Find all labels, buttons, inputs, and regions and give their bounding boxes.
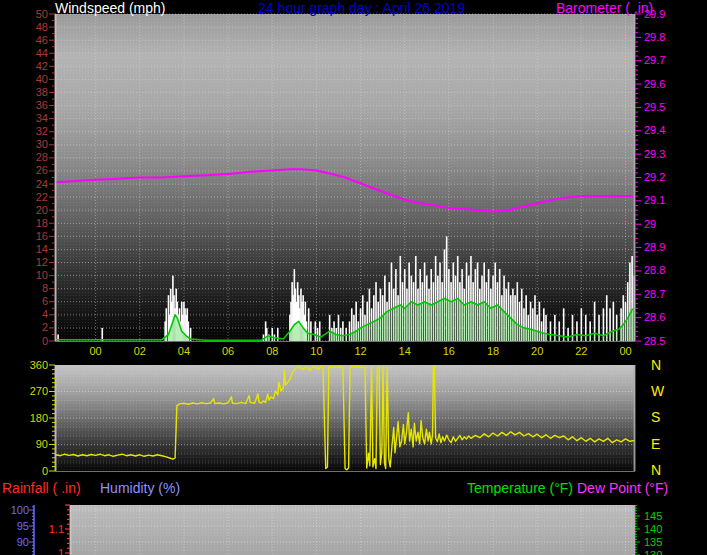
weather-graph-page: 0246810121416182022242628303234363840424…: [0, 0, 707, 555]
svg-text:140: 140: [644, 523, 662, 535]
windspeed-title: Windspeed (mph): [55, 0, 166, 16]
svg-text:29.7: 29.7: [644, 54, 665, 66]
compass-e: E: [651, 436, 660, 452]
svg-text:28.8: 28.8: [644, 264, 665, 276]
svg-text:08: 08: [266, 345, 278, 357]
svg-text:1: 1: [58, 547, 64, 555]
svg-text:02: 02: [134, 345, 146, 357]
svg-text:46: 46: [36, 34, 48, 46]
svg-text:360: 360: [30, 359, 48, 371]
svg-text:26: 26: [36, 164, 48, 176]
svg-text:90: 90: [36, 438, 48, 450]
svg-text:1.1: 1.1: [49, 523, 64, 535]
svg-text:12: 12: [36, 256, 48, 268]
svg-text:18: 18: [36, 217, 48, 229]
svg-text:16: 16: [36, 230, 48, 242]
svg-text:12: 12: [354, 345, 366, 357]
svg-text:38: 38: [36, 86, 48, 98]
svg-text:270: 270: [30, 385, 48, 397]
svg-text:100: 100: [11, 504, 29, 516]
compass-s: S: [651, 409, 660, 425]
svg-text:36: 36: [36, 99, 48, 111]
svg-text:00: 00: [619, 345, 631, 357]
svg-text:16: 16: [443, 345, 455, 357]
svg-text:28.5: 28.5: [644, 335, 665, 347]
svg-text:4: 4: [42, 308, 48, 320]
svg-text:2: 2: [42, 321, 48, 333]
compass-n-top: N: [651, 357, 661, 373]
svg-text:22: 22: [36, 191, 48, 203]
svg-text:44: 44: [36, 47, 48, 59]
humidity-label: Humidity (%): [100, 480, 180, 496]
svg-text:28.6: 28.6: [644, 311, 665, 323]
svg-text:29.3: 29.3: [644, 148, 665, 160]
svg-text:29: 29: [644, 218, 656, 230]
svg-text:180: 180: [30, 412, 48, 424]
svg-text:28.9: 28.9: [644, 241, 665, 253]
svg-text:90: 90: [17, 536, 29, 548]
svg-text:14: 14: [399, 345, 411, 357]
dew-point-label: Dew Point (°F): [577, 480, 668, 496]
svg-text:29.4: 29.4: [644, 124, 665, 136]
svg-text:8: 8: [42, 282, 48, 294]
svg-text:0: 0: [42, 465, 48, 477]
rainfall-label: Rainfall ( .in): [2, 480, 81, 496]
svg-text:18: 18: [487, 345, 499, 357]
svg-text:00: 00: [89, 345, 101, 357]
svg-text:29.2: 29.2: [644, 171, 665, 183]
svg-text:30: 30: [36, 138, 48, 150]
svg-text:20: 20: [36, 204, 48, 216]
svg-text:95: 95: [17, 520, 29, 532]
compass-w: W: [651, 383, 664, 399]
svg-text:04: 04: [178, 345, 190, 357]
compass-n-bottom: N: [651, 462, 661, 478]
svg-text:24: 24: [36, 178, 48, 190]
svg-text:20: 20: [531, 345, 543, 357]
svg-text:32: 32: [36, 125, 48, 137]
temperature-label: Temperature (°F): [467, 480, 573, 496]
svg-text:06: 06: [222, 345, 234, 357]
svg-text:22: 22: [575, 345, 587, 357]
svg-text:50: 50: [36, 8, 48, 20]
svg-text:29.6: 29.6: [644, 78, 665, 90]
svg-text:0: 0: [42, 335, 48, 347]
svg-text:10: 10: [36, 269, 48, 281]
svg-text:135: 135: [644, 536, 662, 548]
svg-text:29.8: 29.8: [644, 31, 665, 43]
barometer-title: Barometer ( .in): [556, 0, 653, 16]
svg-text:48: 48: [36, 21, 48, 33]
svg-text:145: 145: [644, 510, 662, 522]
svg-text:40: 40: [36, 73, 48, 85]
graph-title: 24 hour graph day : April 26 2019: [258, 0, 465, 16]
svg-text:130: 130: [644, 549, 662, 555]
svg-text:6: 6: [42, 295, 48, 307]
svg-text:28: 28: [36, 151, 48, 163]
svg-text:29.5: 29.5: [644, 101, 665, 113]
svg-text:10: 10: [310, 345, 322, 357]
svg-text:34: 34: [36, 112, 48, 124]
svg-text:29.1: 29.1: [644, 194, 665, 206]
svg-text:42: 42: [36, 60, 48, 72]
svg-text:28.7: 28.7: [644, 288, 665, 300]
charts-canvas: 0246810121416182022242628303234363840424…: [0, 0, 707, 555]
svg-text:14: 14: [36, 243, 48, 255]
